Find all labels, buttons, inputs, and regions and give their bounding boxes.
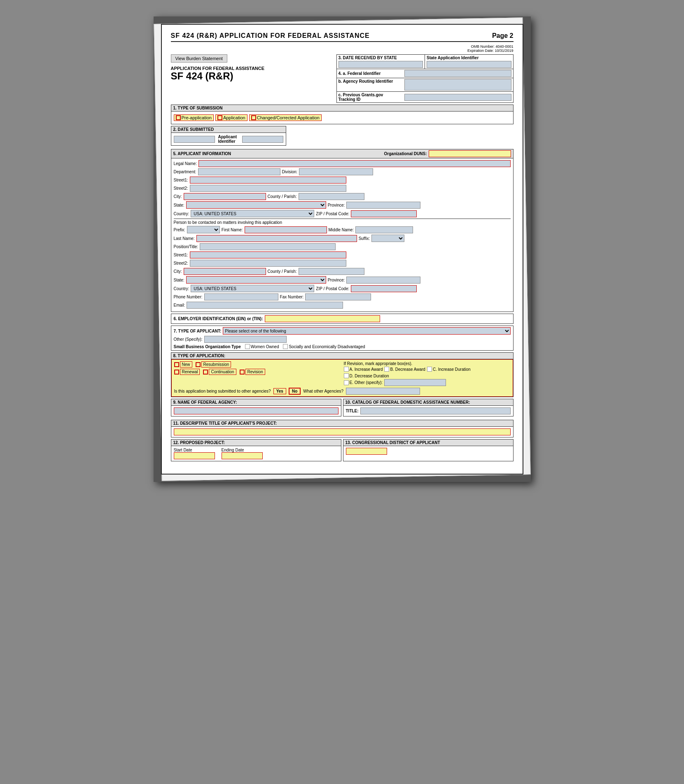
- decrease-award-checkbox[interactable]: [384, 367, 389, 372]
- applicant-id-input[interactable]: [242, 136, 283, 143]
- renewal-checkbox[interactable]: [174, 370, 179, 375]
- email-input[interactable]: [187, 302, 343, 309]
- renewal-option[interactable]: Renewal: [174, 369, 200, 375]
- congressional-district-input[interactable]: [346, 448, 387, 455]
- date-received-label: 3. DATE RECEIVED BY STATE: [338, 56, 423, 60]
- state-app-id-input[interactable]: [427, 61, 511, 68]
- zip-input[interactable]: [351, 210, 417, 217]
- other-specify-input[interactable]: [204, 336, 287, 343]
- no-button[interactable]: No: [289, 388, 301, 395]
- federal-id-input[interactable]: [404, 70, 511, 77]
- first-name-input[interactable]: [245, 226, 327, 233]
- changed-corrected-checkbox[interactable]: [251, 115, 256, 120]
- section-9: 9. NAME OF FEDERAL AGENCY:: [171, 399, 341, 416]
- yes-button[interactable]: Yes: [273, 388, 286, 394]
- increase-award-option[interactable]: A. Increase Award: [344, 367, 383, 372]
- start-date-input[interactable]: [174, 452, 215, 459]
- changed-corrected-option[interactable]: Changed/Corrected Application: [249, 114, 322, 121]
- street1-input[interactable]: [190, 177, 346, 184]
- what-other-input[interactable]: [346, 388, 420, 395]
- date-submitted-input[interactable]: [174, 136, 215, 143]
- last-name-input[interactable]: [196, 235, 357, 242]
- federal-agency-input[interactable]: [174, 407, 338, 414]
- new-checkbox[interactable]: [174, 362, 179, 367]
- contact-county-label: County / Parish:: [268, 269, 297, 274]
- decrease-award-option[interactable]: B. Decrease Award: [384, 367, 425, 372]
- contact-province-label: Province:: [328, 278, 345, 282]
- ein-tin-input[interactable]: [265, 315, 380, 322]
- revision-checkbox[interactable]: [240, 370, 245, 375]
- prev-grants-input[interactable]: [404, 94, 511, 101]
- city-label: City:: [174, 194, 182, 199]
- middle-name-input[interactable]: [355, 226, 413, 233]
- type-applicant-select[interactable]: Please select one of the following: [223, 327, 510, 335]
- contact-county-input[interactable]: [299, 268, 364, 275]
- resubmission-checkbox[interactable]: [196, 362, 201, 367]
- section-2: 2. DATE SUBMITTED Applicant Identifier: [171, 126, 286, 146]
- continuation-option[interactable]: Continuation: [203, 369, 236, 375]
- contact-street2-input[interactable]: [190, 260, 346, 267]
- contact-province-input[interactable]: [346, 277, 420, 284]
- new-label: New: [180, 361, 192, 368]
- renewal-label: Renewal: [180, 369, 200, 375]
- position-title-input[interactable]: [200, 243, 336, 250]
- section-13: 13. CONGRESSIONAL DISTRICT OF APPLICANT: [343, 439, 514, 461]
- ending-date-input[interactable]: [222, 452, 263, 459]
- increase-award-checkbox[interactable]: [344, 367, 349, 372]
- department-input[interactable]: [198, 168, 280, 175]
- women-owned-checkbox[interactable]: [245, 344, 250, 349]
- section-12: 12. PROPOSED PROJECT: Start Date Ending …: [171, 439, 341, 461]
- catalog-title-input[interactable]: [360, 407, 511, 414]
- contact-country-select[interactable]: USA: UNITED STATES: [191, 285, 314, 292]
- suffix-label: Suffix:: [359, 236, 370, 241]
- other-specify-label: Other (Specify):: [174, 337, 203, 342]
- fax-input[interactable]: [305, 293, 371, 300]
- county-parish-input[interactable]: [299, 193, 364, 200]
- other-specify-revision-label: E. Other (specify):: [350, 380, 383, 385]
- country-select[interactable]: USA: UNITED STATES: [191, 210, 314, 217]
- pre-application-label: Pre-application: [182, 115, 212, 120]
- increase-duration-option[interactable]: C. Increase Duration: [427, 367, 471, 372]
- resubmission-label: Resubmission: [201, 361, 231, 368]
- prefix-select[interactable]: [187, 226, 220, 233]
- decrease-duration-checkbox[interactable]: [344, 373, 349, 378]
- application-checkbox[interactable]: [217, 115, 222, 120]
- new-option[interactable]: New: [174, 361, 192, 368]
- continuation-label: Continuation: [209, 369, 236, 375]
- revision-option[interactable]: Revision: [240, 369, 265, 375]
- socially-option[interactable]: Socially and Economically Disadvantaged: [283, 344, 365, 349]
- application-option[interactable]: Application: [215, 114, 247, 121]
- other-specify-revision-option[interactable]: E. Other (specify):: [344, 380, 383, 385]
- contact-city-input[interactable]: [184, 268, 266, 275]
- continuation-checkbox[interactable]: [203, 370, 208, 375]
- county-parish-label: County / Parish:: [268, 194, 297, 199]
- phone-input[interactable]: [204, 293, 278, 300]
- state-select[interactable]: [186, 201, 326, 209]
- increase-duration-checkbox[interactable]: [427, 367, 432, 372]
- legal-name-input[interactable]: [198, 160, 510, 167]
- division-input[interactable]: [299, 168, 373, 175]
- omb-info: OMB Number: 4040-0001 Expiration Date: 1…: [171, 44, 514, 53]
- project-title-input[interactable]: [174, 428, 511, 435]
- increase-duration-label: C. Increase Duration: [433, 367, 471, 372]
- decrease-duration-option[interactable]: D. Decrease Duration: [344, 373, 389, 378]
- org-duns-input[interactable]: [429, 150, 511, 157]
- resubmission-option[interactable]: Resubmission: [196, 361, 231, 368]
- date-received-input[interactable]: [338, 61, 423, 68]
- women-owned-option[interactable]: Women Owned: [245, 344, 279, 349]
- what-other-label: What other Agencies?: [303, 389, 343, 393]
- other-specify-revision-checkbox[interactable]: [344, 380, 349, 385]
- contact-zip-input[interactable]: [351, 285, 417, 292]
- agency-routing-input[interactable]: [404, 79, 511, 91]
- suffix-select[interactable]: [371, 235, 404, 242]
- contact-state-select[interactable]: [186, 276, 326, 284]
- street2-input[interactable]: [190, 185, 346, 192]
- contact-street1-input[interactable]: [190, 251, 346, 258]
- pre-application-option[interactable]: Pre-application: [174, 114, 214, 121]
- province-input[interactable]: [346, 202, 420, 209]
- pre-application-checkbox[interactable]: [176, 115, 181, 120]
- socially-checkbox[interactable]: [283, 344, 288, 349]
- city-input[interactable]: [184, 193, 266, 200]
- other-specify-revision-input[interactable]: [384, 379, 446, 386]
- view-burden-button[interactable]: View Burden Statement: [171, 54, 227, 63]
